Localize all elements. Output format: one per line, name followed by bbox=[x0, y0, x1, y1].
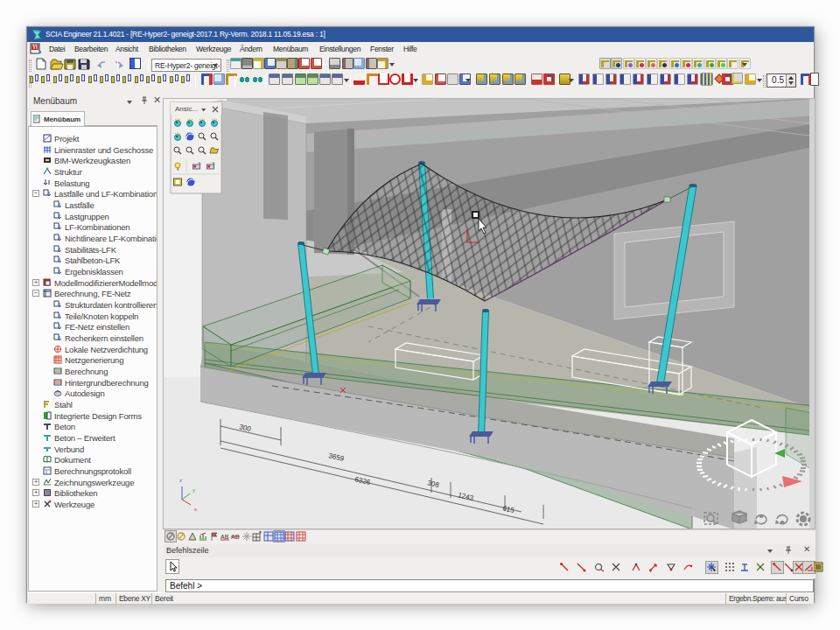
svg-text:x: x bbox=[194, 507, 197, 512]
svg-text:y: y bbox=[192, 487, 195, 493]
svg-text:AB: AB bbox=[220, 534, 229, 540]
svg-text:Ansic...: Ansic... bbox=[175, 105, 198, 113]
svg-text:z: z bbox=[179, 478, 182, 483]
